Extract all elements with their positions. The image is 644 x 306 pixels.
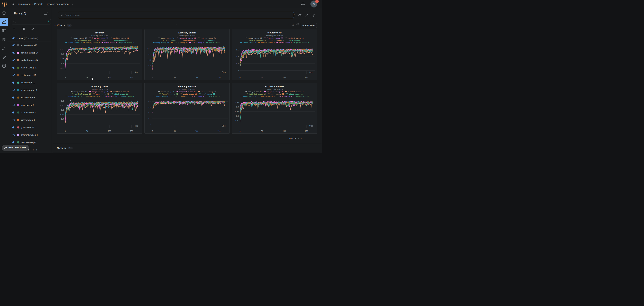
expand-chevron-icon[interactable]: › <box>53 147 57 149</box>
run-row[interactable]: sunny-sweep-10 <box>8 86 52 94</box>
run-name[interactable]: sunny-sweep-10 <box>21 89 37 91</box>
visibility-eye-icon[interactable] <box>12 104 15 106</box>
run-row[interactable]: stoic-sweep-8 <box>8 101 52 109</box>
run-row[interactable]: peach-sweep-7 <box>8 109 52 116</box>
notifications-bell-icon[interactable] <box>301 2 305 6</box>
breadcrumb-user[interactable]: anmolmann <box>18 3 30 6</box>
svg-text:stoic-sweep-8: stoic-sweep-8 <box>279 95 292 97</box>
runs-list-header[interactable]: Name (16 visualized) <box>8 35 52 42</box>
svg-text:0.4: 0.4 <box>236 56 239 58</box>
panel-search-input[interactable] <box>64 14 292 17</box>
run-name[interactable]: zesty-sweep-12 <box>21 74 36 76</box>
artifacts-database-icon[interactable] <box>0 62 8 70</box>
run-name[interactable]: likely-sweep-6 <box>21 119 35 121</box>
avatar-initial: N <box>313 2 315 6</box>
list-view-icon[interactable] <box>21 26 26 32</box>
filter-icon[interactable] <box>12 26 17 32</box>
run-row[interactable]: snowy-sweep-16 <box>8 42 52 49</box>
chart-panel[interactable]: 0.80.850.90.95050100150StepAccuracy Sand… <box>144 29 230 80</box>
visibility-eye-icon[interactable] <box>12 96 15 99</box>
run-color-dot <box>17 67 19 69</box>
next-page-chevron[interactable]: › <box>35 148 38 151</box>
wandb-logo-icon[interactable] <box>2 1 7 7</box>
run-name[interactable]: fragrant-sweep-15 <box>21 52 39 54</box>
expand-runs-table-icon[interactable] <box>44 11 49 16</box>
section-smoothing-icon[interactable] <box>296 23 299 26</box>
smoothing-iron-icon[interactable] <box>298 13 302 17</box>
svg-text:fragrant-sweep-15: fragrant-sweep-15 <box>267 91 283 93</box>
page-up-chevron[interactable]: ∧ <box>298 137 299 140</box>
visibility-eye-icon[interactable] <box>12 111 15 114</box>
visibility-eye-icon[interactable] <box>12 44 15 46</box>
visibility-eye-icon[interactable] <box>12 89 15 91</box>
visibility-all-eye-icon[interactable] <box>12 37 15 39</box>
svg-text:vital-sweep-11: vital-sweep-11 <box>114 39 128 41</box>
run-name[interactable]: vital-sweep-11 <box>21 81 35 84</box>
run-name[interactable]: exalted-sweep-14 <box>21 59 38 62</box>
section-overflow-menu[interactable]: ••• <box>286 23 289 26</box>
sort-icon[interactable] <box>30 26 35 32</box>
visibility-eye-icon[interactable] <box>12 67 15 69</box>
add-panel-button[interactable]: + Add Panel <box>300 23 317 28</box>
visibility-eye-icon[interactable] <box>12 52 15 54</box>
chart-panel[interactable]: 0.750.80.850.90.95050100150StepAccuracy … <box>232 83 317 134</box>
run-row[interactable]: likely-sweep-9 <box>8 94 52 101</box>
section-x-axis-icon[interactable]: x <box>292 23 294 26</box>
run-row[interactable]: different-sweep-4 <box>8 131 52 139</box>
reports-icon[interactable] <box>0 36 8 43</box>
charts-section-label[interactable]: Charts <box>57 24 65 27</box>
run-name[interactable]: helpful-sweep-3 <box>21 141 36 144</box>
section-drag-handle[interactable] <box>175 24 179 25</box>
breadcrumb-projects[interactable]: Projects <box>34 3 43 6</box>
tables-icon[interactable] <box>0 27 8 35</box>
system-section-header[interactable]: › System 14 <box>53 143 322 153</box>
global-search-icon[interactable] <box>11 2 15 6</box>
visibility-eye-icon[interactable] <box>12 74 15 76</box>
settings-gear-icon[interactable] <box>312 13 316 17</box>
run-search-input[interactable] <box>17 20 45 23</box>
svg-text:zesty-sweep-12: zesty-sweep-12 <box>270 93 284 95</box>
chart-panel[interactable]: 00.20.40.6050100150StepAccuracy ShirtSho… <box>232 29 317 80</box>
launch-rocket-icon[interactable] <box>0 54 8 62</box>
run-row[interactable]: likely-sweep-6 <box>8 116 52 124</box>
run-name[interactable]: different-sweep-4 <box>21 134 38 136</box>
x-axis-settings-icon[interactable]: x <box>292 13 296 17</box>
run-name[interactable]: faithful-sweep-13 <box>21 66 38 69</box>
breadcrumb-project-name[interactable]: pytorch-cnn-fashion <box>47 3 68 6</box>
run-name[interactable]: peach-sweep-7 <box>21 111 36 114</box>
run-row[interactable]: exalted-sweep-14 <box>8 56 52 64</box>
run-name[interactable]: snowy-sweep-16 <box>21 44 37 47</box>
visibility-eye-icon[interactable] <box>12 82 15 84</box>
info-icon[interactable] <box>0 9 8 17</box>
sweeps-broom-icon[interactable] <box>0 45 8 53</box>
visibility-eye-icon[interactable] <box>12 126 15 129</box>
svg-text:zesty-sweep-12: zesty-sweep-12 <box>183 93 197 95</box>
run-search-box: .* <box>12 19 51 25</box>
svg-text:peach-sweep-7: peach-sweep-7 <box>209 95 221 97</box>
outliers-icon[interactable] <box>305 13 309 17</box>
run-row[interactable]: glad-sweep-5 <box>8 124 52 131</box>
prev-page-chevron[interactable]: ‹ <box>32 148 35 151</box>
workspace-charts-icon[interactable] <box>0 18 8 26</box>
run-name[interactable]: stoic-sweep-8 <box>21 104 34 106</box>
svg-text:0.75: 0.75 <box>60 58 64 60</box>
page-down-chevron[interactable]: ∨ <box>301 137 302 140</box>
run-name[interactable]: glad-sweep-5 <box>21 126 34 129</box>
svg-text:150: 150 <box>218 77 220 79</box>
visibility-eye-icon[interactable] <box>12 134 15 136</box>
regex-toggle-icon[interactable]: .* <box>46 20 49 23</box>
run-row[interactable]: vital-sweep-11 <box>8 79 52 86</box>
visibility-eye-icon[interactable] <box>12 141 15 143</box>
run-row[interactable]: zesty-sweep-12 <box>8 71 52 79</box>
svg-text:0.85: 0.85 <box>60 104 64 106</box>
collapse-chevron-icon[interactable]: ∨ <box>53 24 57 27</box>
run-row[interactable]: faithful-sweep-13 <box>8 64 52 71</box>
sidebar-toolbar <box>8 26 52 32</box>
chart-panel[interactable]: 0.650.70.750.80.85050100150StepaccuracyS… <box>57 29 142 80</box>
visibility-eye-icon[interactable] <box>12 59 15 61</box>
run-row[interactable]: fragrant-sweep-15 <box>8 49 52 56</box>
visibility-eye-icon[interactable] <box>12 119 15 121</box>
chart-panel[interactable]: 0.70.750.80.850.9050100150StepAccuracy D… <box>57 83 142 134</box>
run-name[interactable]: likely-sweep-9 <box>21 96 35 99</box>
chart-panel[interactable]: 00.20.40.60.8050100150StepAccuracy Pullo… <box>144 83 230 134</box>
